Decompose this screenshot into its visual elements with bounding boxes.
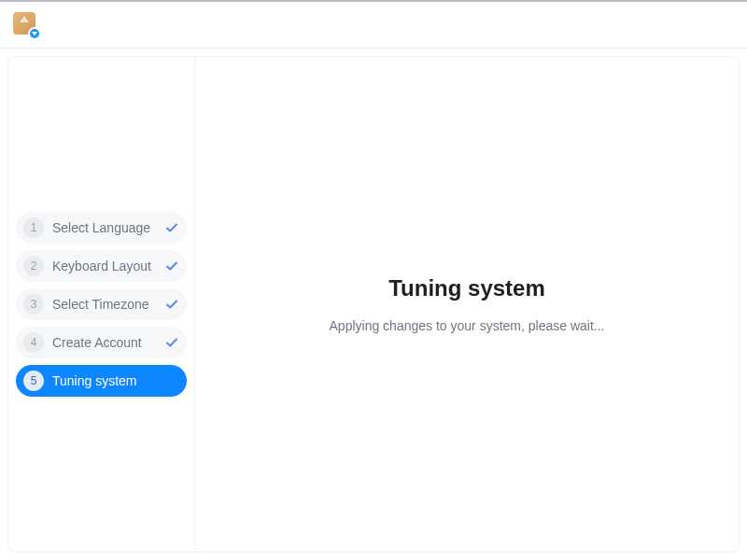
step-keyboard-layout: 2 Keyboard Layout xyxy=(16,250,187,282)
installer-app-icon xyxy=(13,12,39,38)
step-label: Select Timezone xyxy=(52,297,156,312)
step-label: Keyboard Layout xyxy=(52,259,156,273)
main-content: Tuning system Applying changes to your s… xyxy=(195,57,739,552)
step-label: Create Account xyxy=(52,335,156,350)
page-subtitle: Applying changes to your system, please … xyxy=(330,318,605,333)
step-create-account: 4 Create Account xyxy=(16,327,187,358)
check-icon xyxy=(164,220,179,235)
content-panel: 1 Select Language 2 Keyboard Layout 3 Se… xyxy=(7,56,740,553)
check-icon xyxy=(164,259,179,273)
step-number-badge: 2 xyxy=(23,256,44,276)
step-number-badge: 5 xyxy=(23,371,44,391)
check-icon xyxy=(164,335,179,350)
step-select-language: 1 Select Language xyxy=(16,212,187,244)
step-number-badge: 4 xyxy=(23,332,44,353)
steps-sidebar: 1 Select Language 2 Keyboard Layout 3 Se… xyxy=(8,57,195,552)
header-bar xyxy=(0,2,747,49)
page-title: Tuning system xyxy=(388,275,545,301)
step-number-badge: 3 xyxy=(23,294,44,315)
step-tuning-system: 5 Tuning system xyxy=(16,365,187,397)
step-list: 1 Select Language 2 Keyboard Layout 3 Se… xyxy=(16,212,187,397)
step-number-badge: 1 xyxy=(23,217,44,238)
step-label: Select Language xyxy=(52,220,156,235)
check-icon xyxy=(164,297,179,312)
main-container: 1 Select Language 2 Keyboard Layout 3 Se… xyxy=(0,49,747,560)
step-label: Tuning system xyxy=(52,373,179,388)
step-select-timezone: 3 Select Timezone xyxy=(16,288,187,320)
download-badge-icon xyxy=(28,27,41,40)
